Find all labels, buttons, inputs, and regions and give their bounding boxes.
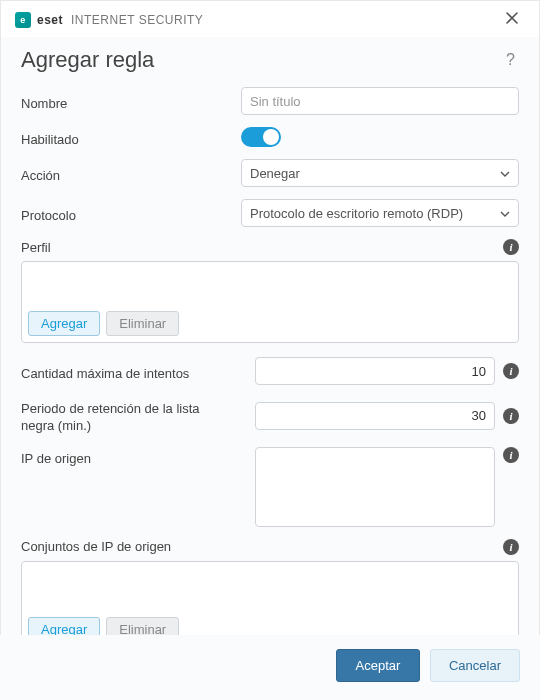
retention-input[interactable] <box>255 402 495 430</box>
action-select[interactable]: Denegar <box>241 159 519 187</box>
brand-name-light: INTERNET SECURITY <box>71 13 203 27</box>
close-icon[interactable] <box>499 7 525 33</box>
protocol-select[interactable]: Protocolo de escritorio remoto (RDP) <box>241 199 519 227</box>
source-ip-sets-label: Conjuntos de IP de origen <box>21 539 503 554</box>
page-title: Agregar regla <box>21 47 502 73</box>
profile-add-button[interactable]: Agregar <box>28 311 100 336</box>
profile-listbox[interactable]: Agregar Eliminar <box>21 261 519 343</box>
info-icon[interactable]: i <box>503 363 519 379</box>
name-input[interactable] <box>241 87 519 115</box>
source-ip-input[interactable] <box>255 447 495 527</box>
max-attempts-label: Cantidad máxima de intentos <box>21 362 231 381</box>
brand-name-bold: eset <box>37 13 63 27</box>
max-attempts-input[interactable] <box>255 357 495 385</box>
enabled-toggle[interactable] <box>241 127 281 147</box>
protocol-label: Protocolo <box>21 204 231 223</box>
info-icon[interactable]: i <box>503 239 519 255</box>
info-icon[interactable]: i <box>503 539 519 555</box>
action-label: Acción <box>21 164 231 183</box>
protocol-select-value: Protocolo de escritorio remoto (RDP) <box>250 206 463 221</box>
brand-logo-icon: e <box>15 12 31 28</box>
dialog-footer: Aceptar Cancelar <box>0 635 540 700</box>
profile-label: Perfil <box>21 240 503 255</box>
retention-label: Periodo de retención de la lista negra (… <box>21 397 231 435</box>
source-ip-label: IP de origen <box>21 447 231 466</box>
info-icon[interactable]: i <box>503 447 519 463</box>
cancel-button[interactable]: Cancelar <box>430 649 520 682</box>
chevron-down-icon <box>500 206 510 220</box>
chevron-down-icon <box>500 166 510 180</box>
accept-button[interactable]: Aceptar <box>336 649 420 682</box>
name-label: Nombre <box>21 92 231 111</box>
titlebar: e eset INTERNET SECURITY <box>1 1 539 37</box>
action-select-value: Denegar <box>250 166 300 181</box>
enabled-label: Habilitado <box>21 128 231 147</box>
info-icon[interactable]: i <box>503 408 519 424</box>
brand: e eset INTERNET SECURITY <box>15 12 203 28</box>
profile-delete-button[interactable]: Eliminar <box>106 311 179 336</box>
help-icon[interactable]: ? <box>502 47 519 73</box>
